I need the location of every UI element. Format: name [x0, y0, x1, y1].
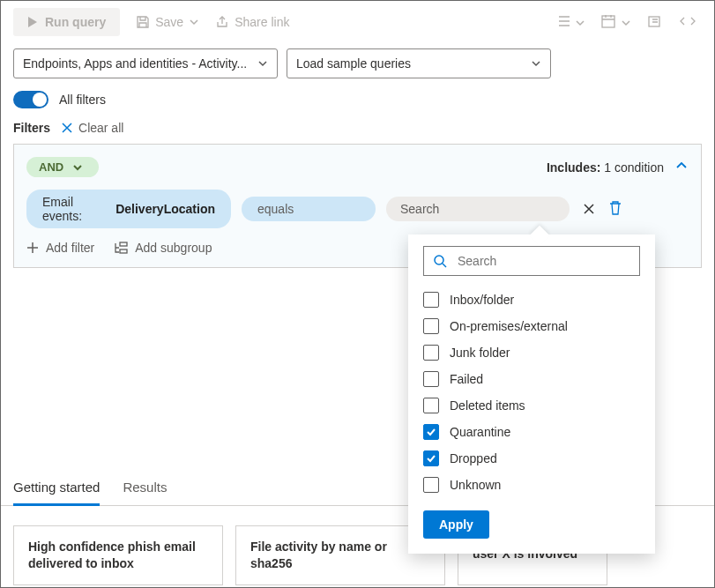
clear-all-button[interactable]: Clear all: [61, 121, 123, 135]
checkbox[interactable]: [423, 450, 439, 466]
code-button[interactable]: [679, 14, 696, 31]
filters-header: Filters Clear all: [1, 121, 714, 144]
checkbox[interactable]: [423, 398, 439, 413]
option-row[interactable]: Failed: [423, 366, 640, 392]
sample-queries-label: Load sample queries: [296, 56, 411, 71]
schema-dropdown[interactable]: Endpoints, Apps and identities - Activit…: [13, 48, 278, 78]
chevron-down-icon: [575, 18, 585, 28]
option-row[interactable]: Quarantine: [423, 419, 640, 445]
list-icon: [555, 14, 571, 28]
collapse-button[interactable]: [674, 159, 689, 175]
toolbar: Run query Save Share link: [1, 1, 714, 43]
gear-icon: [647, 13, 663, 29]
run-query-button[interactable]: Run query: [13, 8, 120, 36]
option-row[interactable]: Deleted items: [423, 392, 640, 419]
all-filters-row: All filters: [1, 91, 714, 121]
tab-results[interactable]: Results: [123, 471, 167, 505]
svg-rect-0: [602, 16, 614, 27]
filter-condition-row: Email events: DeliveryLocation equals Se…: [26, 190, 689, 228]
code-icon: [679, 14, 696, 28]
share-icon: [215, 15, 229, 29]
save-button[interactable]: Save: [136, 15, 199, 29]
option-label: Deleted items: [450, 398, 525, 413]
add-subgroup-button[interactable]: Add subgroup: [114, 241, 212, 255]
trash-icon: [608, 200, 622, 216]
logic-operator-dropdown[interactable]: AND: [26, 157, 99, 177]
add-filter-button[interactable]: Add filter: [26, 241, 94, 255]
subgroup-icon: [114, 242, 128, 254]
search-icon: [433, 254, 447, 268]
schema-row: Endpoints, Apps and identities - Activit…: [1, 43, 714, 91]
calendar-button[interactable]: [601, 14, 631, 31]
chevron-down-icon: [189, 17, 199, 27]
svg-rect-2: [120, 242, 127, 246]
play-icon: [27, 16, 38, 28]
option-label: Unknown: [450, 478, 501, 492]
chevron-down-icon: [531, 58, 541, 69]
includes-summary: Includes: 1 condition: [547, 160, 664, 175]
toolbar-right-icons: [555, 13, 702, 32]
close-icon: [61, 122, 73, 134]
option-row[interactable]: Dropped: [423, 445, 640, 472]
save-icon: [136, 15, 150, 29]
option-label: Dropped: [450, 451, 497, 465]
option-label: Junk folder: [450, 346, 510, 360]
value-picker-popup: Inbox/folderOn-premises/externalJunk fol…: [408, 234, 655, 554]
save-label: Save: [155, 15, 183, 29]
svg-rect-3: [120, 249, 127, 253]
checkbox[interactable]: [423, 371, 439, 387]
popup-search-box[interactable]: [423, 246, 640, 276]
option-row[interactable]: On-premises/external: [423, 313, 640, 339]
list-view-button[interactable]: [555, 14, 585, 31]
option-row[interactable]: Inbox/folder: [423, 287, 640, 313]
checkbox[interactable]: [423, 477, 439, 493]
option-row[interactable]: Junk folder: [423, 339, 640, 366]
settings-button[interactable]: [647, 13, 663, 32]
filter-value-pill[interactable]: Search: [386, 197, 570, 221]
option-label: Quarantine: [450, 425, 510, 439]
svg-point-4: [435, 256, 443, 264]
option-label: On-premises/external: [450, 319, 568, 333]
delete-condition-button[interactable]: [608, 200, 622, 219]
checkbox[interactable]: [423, 318, 439, 334]
filter-field-pill[interactable]: Email events: DeliveryLocation: [26, 190, 231, 228]
share-link-label: Share link: [235, 15, 289, 29]
logic-operator-label: AND: [39, 160, 63, 174]
apply-button[interactable]: Apply: [423, 510, 489, 539]
sample-queries-dropdown[interactable]: Load sample queries: [287, 48, 551, 78]
filters-title: Filters: [13, 121, 50, 135]
tab-getting-started[interactable]: Getting started: [13, 471, 100, 505]
checkbox[interactable]: [423, 424, 439, 440]
filter-operator-pill[interactable]: equals: [242, 197, 376, 221]
checkbox[interactable]: [423, 345, 439, 361]
chevron-down-icon: [257, 58, 268, 69]
popup-search-input[interactable]: [456, 253, 630, 269]
share-link-button[interactable]: Share link: [215, 15, 289, 29]
query-card[interactable]: High confidence phish email delivered to…: [13, 525, 223, 585]
checkbox[interactable]: [423, 292, 439, 308]
run-query-label: Run query: [45, 15, 106, 29]
all-filters-toggle[interactable]: [13, 91, 48, 108]
close-icon: [582, 202, 596, 216]
option-row[interactable]: Unknown: [423, 472, 640, 498]
calendar-icon: [601, 14, 617, 28]
chevron-down-icon: [72, 162, 83, 173]
all-filters-label: All filters: [59, 93, 106, 107]
schema-dropdown-label: Endpoints, Apps and identities - Activit…: [23, 56, 247, 71]
clear-all-label: Clear all: [78, 121, 123, 135]
chevron-down-icon: [621, 18, 631, 28]
plus-icon: [26, 242, 39, 254]
chevron-up-icon: [674, 159, 689, 173]
option-label: Inbox/folder: [450, 293, 514, 307]
clear-value-button[interactable]: [580, 200, 598, 218]
option-label: Failed: [450, 372, 483, 386]
